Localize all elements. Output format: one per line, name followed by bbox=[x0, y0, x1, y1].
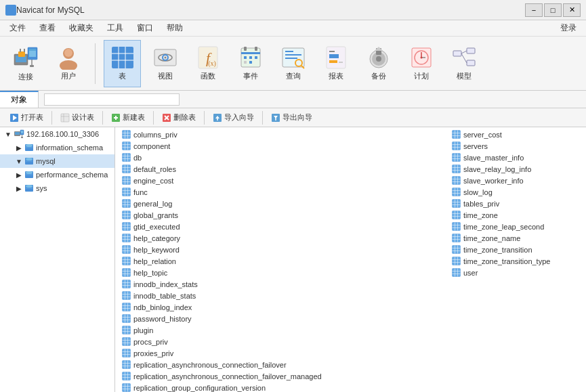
backup-button[interactable]: 备份 bbox=[360, 40, 397, 87]
list-item[interactable]: time_zone_transition bbox=[448, 244, 583, 255]
list-item[interactable]: gtid_executed bbox=[118, 221, 448, 232]
table-icon bbox=[122, 257, 131, 265]
table-icon bbox=[452, 199, 461, 208]
delete-table-button[interactable]: 删除表 bbox=[156, 110, 201, 125]
svg-rect-56 bbox=[467, 48, 475, 53]
svg-rect-62 bbox=[61, 114, 69, 122]
list-item[interactable]: user bbox=[448, 267, 583, 278]
table-button[interactable]: 表 bbox=[104, 40, 141, 87]
query-button[interactable]: 查询 bbox=[274, 40, 312, 87]
svg-rect-170 bbox=[123, 303, 131, 311]
svg-rect-185 bbox=[123, 338, 131, 346]
svg-marker-49 bbox=[375, 47, 383, 51]
svg-rect-36 bbox=[285, 54, 301, 56]
menu-view[interactable]: 查看 bbox=[33, 21, 62, 35]
list-item[interactable]: innodb_index_stats bbox=[118, 278, 448, 290]
maximize-button[interactable]: □ bbox=[544, 3, 562, 17]
list-item[interactable]: plugin bbox=[118, 324, 448, 336]
list-item[interactable]: proxies_priv bbox=[118, 347, 448, 359]
design-table-button[interactable]: 设计表 bbox=[55, 110, 100, 125]
minimize-button[interactable]: − bbox=[525, 3, 543, 17]
svg-rect-55 bbox=[453, 51, 461, 56]
list-item[interactable]: slave_worker_info bbox=[448, 175, 583, 186]
list-item[interactable]: slave_relay_log_info bbox=[448, 163, 583, 175]
object-search-area bbox=[39, 91, 586, 108]
svg-rect-205 bbox=[123, 384, 131, 392]
list-item[interactable]: db bbox=[118, 152, 448, 163]
event-icon bbox=[238, 45, 263, 70]
list-item[interactable]: help_topic bbox=[118, 267, 448, 278]
table-icon bbox=[122, 337, 131, 346]
func-button[interactable]: f (x) 函数 bbox=[189, 40, 226, 87]
list-item[interactable]: password_history bbox=[118, 313, 448, 324]
list-item[interactable]: tables_priv bbox=[448, 198, 583, 209]
tree-db-sys[interactable]: ▶ sys bbox=[0, 181, 114, 195]
menu-window[interactable]: 窗口 bbox=[130, 21, 160, 35]
user-button[interactable]: 用户 bbox=[49, 40, 87, 87]
list-item[interactable]: engine_cost bbox=[118, 175, 448, 186]
list-item[interactable]: innodb_table_stats bbox=[118, 290, 448, 301]
list-item[interactable]: time_zone_leap_second bbox=[448, 221, 583, 232]
tree-db-information-schema[interactable]: ▶ information_schema bbox=[0, 141, 114, 154]
list-item[interactable]: slave_master_info bbox=[448, 152, 583, 163]
list-item[interactable]: func bbox=[118, 186, 448, 198]
svg-rect-260 bbox=[453, 223, 461, 231]
list-item[interactable]: general_log bbox=[118, 198, 448, 209]
table-icon bbox=[122, 303, 131, 311]
list-item[interactable]: help_keyword bbox=[118, 244, 448, 255]
list-item[interactable]: help_category bbox=[118, 232, 448, 244]
svg-rect-57 bbox=[467, 60, 475, 66]
action-sep-1 bbox=[51, 111, 52, 125]
report-button[interactable]: 报表 bbox=[317, 40, 354, 87]
login-button[interactable]: 登录 bbox=[553, 21, 583, 35]
expand-icon: ▶ bbox=[14, 183, 24, 194]
list-item[interactable]: slow_log bbox=[448, 186, 583, 198]
list-item[interactable]: default_roles bbox=[118, 163, 448, 175]
list-item[interactable]: help_relation bbox=[118, 255, 448, 267]
object-tab[interactable]: 对象 bbox=[0, 91, 39, 108]
close-button[interactable]: ✕ bbox=[563, 3, 581, 17]
table-icon bbox=[452, 211, 461, 219]
menu-help[interactable]: 帮助 bbox=[160, 21, 190, 35]
export-wizard-button[interactable]: 导出向导 bbox=[266, 110, 318, 125]
list-item[interactable]: replication_asynchronous_connection_fail… bbox=[118, 359, 448, 370]
svg-rect-27 bbox=[255, 47, 257, 51]
tree-db-performance-schema[interactable]: ▶ performance_schema bbox=[0, 168, 114, 181]
list-item[interactable]: procs_priv bbox=[118, 336, 448, 347]
model-icon bbox=[452, 45, 476, 70]
list-item[interactable]: replication_group_configuration_version bbox=[118, 382, 448, 392]
list-item[interactable]: global_grants bbox=[118, 209, 448, 221]
new-table-button[interactable]: 新建表 bbox=[106, 110, 150, 125]
view-button[interactable]: 视图 bbox=[146, 40, 184, 87]
list-item[interactable]: time_zone_transition_type bbox=[448, 255, 583, 267]
list-item[interactable]: server_cost bbox=[448, 129, 583, 140]
list-item[interactable]: time_zone_name bbox=[448, 232, 583, 244]
svg-rect-110 bbox=[123, 165, 131, 173]
tree-connection[interactable]: ▼ 192.168.100.10_3306 bbox=[0, 127, 114, 141]
event-button[interactable]: 事件 bbox=[232, 40, 269, 87]
schedule-button[interactable]: 计划 bbox=[402, 40, 440, 87]
object-search-input[interactable] bbox=[44, 93, 180, 106]
list-item[interactable]: replication_asynchronous_connection_fail… bbox=[118, 370, 448, 382]
export-icon bbox=[271, 113, 280, 123]
list-item[interactable]: columns_priv bbox=[118, 129, 448, 140]
model-button[interactable]: 模型 bbox=[445, 40, 482, 87]
svg-point-93 bbox=[26, 185, 33, 188]
menu-tools[interactable]: 工具 bbox=[100, 21, 130, 35]
connect-button[interactable]: 连接 bbox=[7, 40, 44, 87]
list-item[interactable]: component bbox=[118, 140, 448, 152]
import-wizard-button[interactable]: 导入向导 bbox=[207, 110, 259, 125]
menu-file[interactable]: 文件 bbox=[3, 21, 33, 35]
open-table-button[interactable]: 打开表 bbox=[4, 110, 49, 125]
user-icon bbox=[56, 45, 81, 70]
db-name: information_schema bbox=[36, 144, 103, 152]
app-icon bbox=[5, 5, 16, 16]
menu-favorites[interactable]: 收藏夹 bbox=[62, 21, 100, 35]
backup-label: 备份 bbox=[371, 71, 386, 81]
list-item[interactable]: servers bbox=[448, 140, 583, 152]
list-item[interactable]: time_zone bbox=[448, 209, 583, 221]
list-item[interactable]: ndb_binlog_index bbox=[118, 301, 448, 313]
svg-point-54 bbox=[420, 57, 422, 59]
tree-db-mysql[interactable]: ▼ mysql bbox=[0, 154, 114, 168]
svg-rect-37 bbox=[285, 58, 297, 59]
